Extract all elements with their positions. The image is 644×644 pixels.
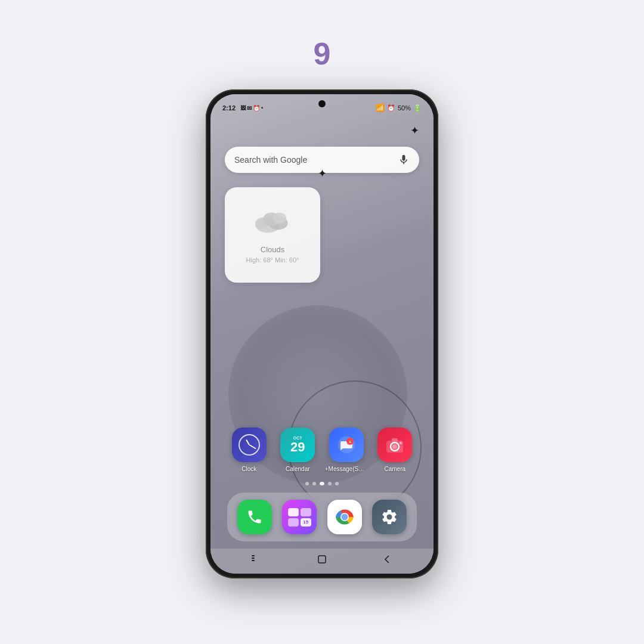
- clock-label: Clock: [242, 466, 256, 472]
- recents-icon: [252, 555, 262, 564]
- settings-icon-svg: [380, 508, 398, 526]
- oneui-number: 15: [303, 519, 308, 525]
- phone-shell: ✦ ✦ 2:12 🖼 ✉ ⏰ • 📶 ⏰: [206, 89, 438, 578]
- message-notif-icon: ✉: [247, 105, 252, 112]
- phone-screen: ✦ ✦ 2:12 🖼 ✉ ⏰ • 📶 ⏰: [210, 94, 434, 574]
- app-item-calendar[interactable]: OCT 29 Calendar: [276, 428, 319, 472]
- message-app-icon[interactable]: +: [329, 428, 364, 462]
- chrome-app-icon[interactable]: [327, 500, 362, 534]
- page-dot-2: [312, 482, 316, 485]
- phone-app-icon[interactable]: [237, 500, 272, 534]
- camera-app-icon[interactable]: [377, 428, 412, 462]
- alarm-status-icon: ⏰: [387, 104, 395, 112]
- calendar-label: Calendar: [286, 466, 310, 472]
- settings-app-icon[interactable]: [372, 500, 407, 534]
- svg-rect-17: [252, 558, 255, 559]
- page-wrapper: 9 ✦ ✦ 2:12 🖼 ✉ ⏰ •: [0, 0, 644, 644]
- home-icon: [317, 554, 327, 565]
- sparkle-icon-1: ✦: [410, 124, 419, 137]
- page-dot-3: [320, 482, 324, 485]
- weather-temp: High: 68° Min: 60°: [246, 256, 299, 264]
- page-dot-5: [335, 482, 339, 485]
- time-display: 2:12: [222, 104, 236, 112]
- calendar-app-icon[interactable]: OCT 29: [280, 428, 315, 462]
- clock-minute-hand: [249, 444, 256, 449]
- nav-bar: [210, 549, 434, 574]
- clock-app-icon[interactable]: [232, 428, 267, 462]
- back-icon: [383, 554, 391, 565]
- app-item-clock[interactable]: Clock: [228, 428, 271, 472]
- page-dot-1: [305, 482, 309, 485]
- svg-text:+: +: [349, 440, 351, 444]
- grid-3: [288, 518, 299, 527]
- phone-icon-svg: [246, 509, 263, 525]
- app-item-message[interactable]: + +Message(SM...: [325, 428, 368, 472]
- dot-icon: •: [261, 105, 263, 111]
- nav-back[interactable]: [377, 553, 397, 565]
- grid-1: [288, 508, 299, 516]
- page-indicators: [220, 477, 424, 490]
- svg-point-10: [392, 444, 397, 449]
- battery-text: 50%: [398, 104, 411, 112]
- svg-point-15: [341, 514, 348, 521]
- clock-face: [239, 434, 260, 456]
- bottom-dock: 15: [227, 493, 417, 541]
- page-dot-4: [328, 482, 332, 485]
- camera-label: Camera: [384, 466, 405, 472]
- step-number: 9: [314, 36, 331, 72]
- grid-4: 15: [301, 518, 311, 527]
- grid-2: [301, 508, 311, 516]
- spacer: [220, 287, 424, 423]
- svg-rect-19: [318, 556, 326, 563]
- svg-point-12: [400, 442, 402, 444]
- svg-rect-18: [252, 560, 255, 561]
- weather-widget[interactable]: Clouds High: 68° Min: 60°: [225, 187, 320, 283]
- dock-item-phone[interactable]: [233, 500, 276, 534]
- nav-home[interactable]: [312, 553, 332, 565]
- oneui-grid: 15: [284, 504, 315, 530]
- app-row: Clock OCT 29 Calendar: [220, 423, 424, 477]
- mic-icon[interactable]: [398, 154, 410, 166]
- message-icon-svg: +: [337, 435, 356, 454]
- cloud-svg: [253, 207, 292, 236]
- oneui-bg: 15: [282, 500, 317, 534]
- nav-recents[interactable]: [247, 553, 267, 565]
- status-right: 📶 ⏰ 50% 🔋: [376, 104, 422, 112]
- svg-point-4: [273, 212, 286, 224]
- svg-rect-16: [252, 555, 255, 556]
- screen-content: Search with Google: [210, 118, 434, 549]
- chrome-icon-svg: [333, 506, 356, 528]
- weather-icon: [253, 207, 292, 238]
- battery-icon: 🔋: [413, 104, 422, 112]
- message-label: +Message(SM...: [325, 466, 368, 472]
- search-placeholder: Search with Google: [234, 155, 398, 165]
- svg-rect-11: [392, 438, 398, 441]
- oneui-app-icon[interactable]: 15: [282, 500, 317, 534]
- notification-icons: 🖼 ✉ ⏰ •: [240, 105, 263, 112]
- status-time: 2:12 🖼 ✉ ⏰ •: [222, 104, 263, 112]
- front-camera: [318, 100, 326, 107]
- gallery-icon: 🖼: [240, 105, 246, 111]
- calendar-date: 29: [290, 441, 305, 454]
- dock-item-settings[interactable]: [368, 500, 411, 534]
- wifi-icon: 📶: [376, 104, 385, 112]
- weather-condition: Clouds: [261, 245, 284, 254]
- dock-item-chrome[interactable]: [323, 500, 366, 534]
- sparkle-icon-2: ✦: [318, 167, 327, 180]
- dock-item-oneui[interactable]: 15: [278, 500, 321, 534]
- camera-icon-svg: [385, 436, 404, 453]
- app-item-camera[interactable]: Camera: [373, 428, 416, 472]
- alarm-icon: ⏰: [253, 105, 260, 112]
